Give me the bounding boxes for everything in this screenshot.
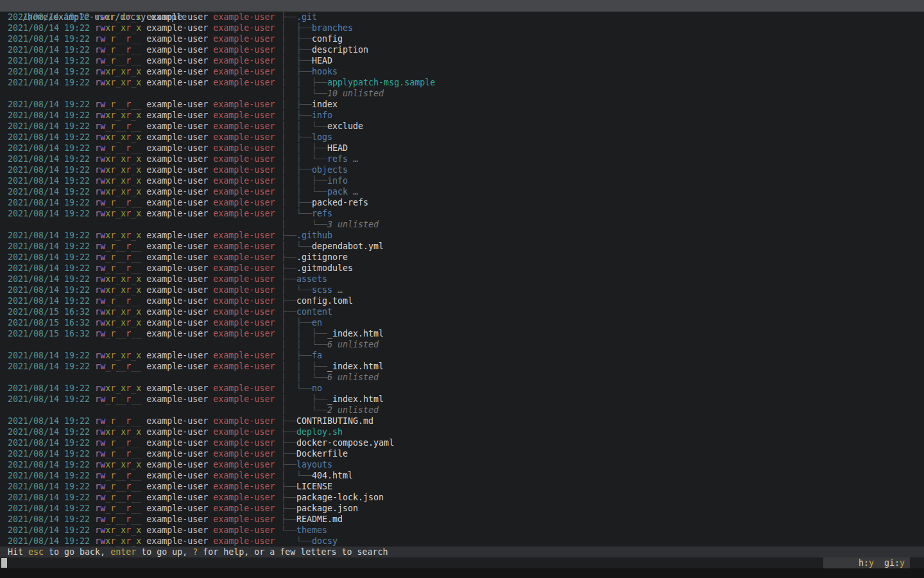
owner-group: example-user [213, 362, 275, 371]
tree-row: 2021/08/14 19:22 rw_r__r__ example-user … [0, 394, 924, 405]
flag-separator [874, 558, 884, 568]
perm-char: r [95, 438, 100, 448]
perm-char: w [100, 482, 105, 491]
tree-entry-name[interactable]: hooks [312, 67, 338, 76]
modified-datetime: 2021/08/14 19:22 [3, 67, 95, 76]
perm-char: _ [121, 252, 126, 262]
perm-char: _ [105, 504, 110, 513]
owner-user: example-user [141, 514, 213, 524]
tree-entry-name[interactable]: config.toml [296, 296, 353, 306]
tree-entry-name[interactable]: .git [296, 12, 317, 22]
tree-branch-lines: │ ├── [281, 56, 312, 66]
tree-branch-lines: │ │ ├── [281, 329, 327, 338]
tree-entry-name[interactable]: themes [296, 525, 327, 535]
perm-char: _ [116, 241, 121, 251]
tree-entry-name[interactable]: assets [296, 274, 327, 284]
perm-char: r [95, 187, 100, 197]
perm-char: w [100, 121, 105, 131]
perm-char: _ [116, 209, 121, 218]
tree-entry-name[interactable]: LICENSE [296, 482, 332, 491]
tree-entry: │ ├──en [281, 317, 322, 328]
owner-group: example-user [213, 12, 275, 22]
perm-char: _ [105, 45, 110, 55]
tree-entry-name[interactable]: branches [312, 23, 353, 33]
perm-char: _ [121, 449, 126, 459]
tree-entry-name[interactable]: .gitmodules [296, 263, 353, 273]
owner-group: example-user [213, 416, 275, 426]
tree-entry-name[interactable]: docker-compose.yaml [296, 438, 394, 448]
tree-entry-name[interactable]: info [327, 176, 348, 186]
tree-entry-name[interactable]: config [312, 34, 343, 44]
search-input-line[interactable]: h:y gi:y [0, 557, 924, 568]
owner-group: example-user [213, 110, 275, 120]
tree-entry: │ │ ├──HEAD [281, 143, 348, 153]
tree-entry: │ │ └──6 unlisted [281, 372, 379, 383]
tree-entry-name[interactable]: package.json [296, 504, 358, 513]
tree-entry-name[interactable]: scss [312, 285, 332, 295]
tree-row: 2021/08/14 19:22 rw_r__r__ example-user … [0, 492, 924, 503]
tree-entry-name[interactable]: dependabot.yml [312, 241, 384, 251]
file-meta: 2021/08/14 19:22 rw_r__r__ example-user … [0, 504, 275, 513]
owner-group: example-user [213, 165, 275, 175]
tree-row: 2021/08/14 19:22 rw_r__r__ example-user … [0, 197, 924, 208]
tree-entry-name[interactable]: applypatch-msg.sample [327, 78, 435, 87]
modified-datetime: 2021/08/14 19:22 [3, 252, 95, 262]
owner-group: example-user [213, 285, 275, 295]
tree-entry-name[interactable]: package-lock.json [296, 493, 384, 502]
modified-datetime: 2021/08/15 16:32 [3, 307, 95, 317]
perm-char: _ [116, 274, 121, 284]
owner-user: example-user [141, 318, 213, 328]
perm-char: w [100, 78, 105, 87]
perm-char: r [110, 110, 116, 120]
tree-entry-name[interactable]: pack [327, 187, 348, 197]
owner-user: example-user [141, 525, 213, 535]
tree-entry-name[interactable]: logs [312, 132, 332, 142]
permissions: rwxr_xr_x [95, 525, 141, 535]
tree-entry-name[interactable]: content [296, 307, 332, 317]
perm-char: r [95, 416, 100, 426]
permissions: rwxr_xr_x [95, 536, 141, 546]
perm-char: x [105, 383, 110, 393]
tree-entry-name[interactable]: refs [327, 154, 348, 164]
perm-char: r [110, 449, 116, 459]
tree-entry-name[interactable]: README.md [296, 514, 343, 524]
tree-entry-name[interactable]: en [312, 318, 322, 328]
flag-value: y [869, 558, 874, 568]
tree-entry-name[interactable]: HEAD [312, 56, 332, 66]
tree-entry-name[interactable]: refs [312, 209, 332, 218]
tree-entry-name[interactable]: _index.html [327, 362, 384, 371]
perm-char: x [105, 231, 110, 240]
perm-char: r [110, 67, 116, 76]
tree-entry-name[interactable]: HEAD [327, 143, 348, 153]
perm-char: _ [116, 56, 121, 66]
tree-entry-name[interactable]: _index.html [327, 394, 384, 404]
perm-char: r [95, 165, 100, 175]
tree-entry-name[interactable]: CONTRIBUTING.md [296, 416, 373, 426]
tree-entry-name[interactable]: info [312, 110, 332, 120]
perm-char: _ [116, 318, 121, 328]
tree-entry-name[interactable]: objects [312, 165, 348, 175]
tree-entry-name[interactable]: 404.html [312, 471, 353, 480]
tree-entry-name[interactable]: exclude [327, 121, 363, 131]
tree-row: 2021/08/14 19:22 rwxr_xr_x example-user … [0, 153, 924, 164]
owner-user: example-user [141, 78, 213, 87]
tree-entry-name[interactable]: .github [296, 231, 332, 240]
tree-entry: │ └──no [281, 383, 322, 394]
permissions: rwxr_xr_x [95, 318, 141, 328]
tree-entry-name[interactable]: layouts [296, 460, 332, 469]
tree-entry-name[interactable]: _index.html [327, 329, 384, 338]
tree-entry-name[interactable]: no [312, 383, 322, 393]
tree-entry-name[interactable]: .gitignore [296, 252, 348, 262]
perm-char: x [121, 427, 126, 437]
permissions: rwxr_xr_x [95, 154, 141, 164]
tree-entry-name[interactable]: index [312, 100, 338, 109]
tree-entry-name[interactable]: docsy [312, 536, 338, 546]
perm-char: w [100, 449, 105, 459]
perm-char: w [100, 45, 105, 55]
tree-entry-name[interactable]: description [312, 45, 368, 55]
tree-entry-name[interactable]: deploy.sh [296, 427, 343, 437]
tree-entry-name[interactable]: fa [312, 351, 322, 360]
tree-entry-name[interactable]: packed-refs [312, 198, 368, 207]
tree-entry: │ ├──packed-refs [281, 197, 368, 208]
tree-entry-name[interactable]: Dockerfile [296, 449, 348, 459]
